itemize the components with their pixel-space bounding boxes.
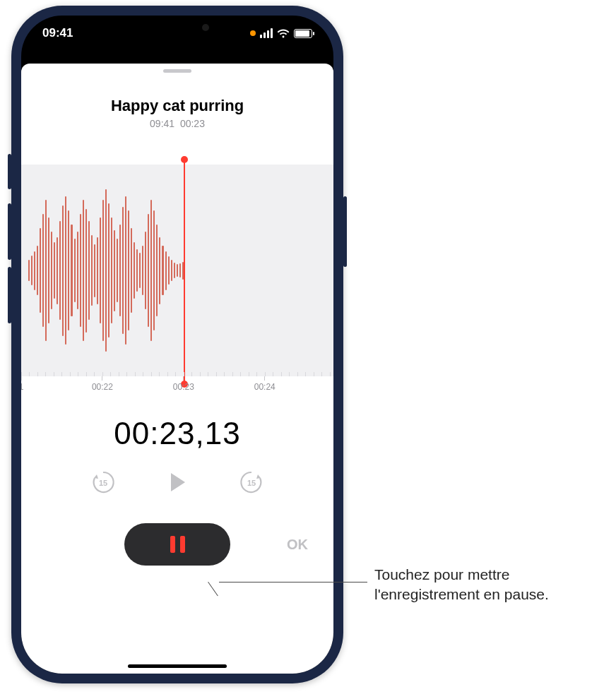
skip-back-button: 15: [90, 470, 116, 498]
transport-controls: 15 15: [21, 470, 333, 498]
screen: 09:41 Happy cat purring 09:41 00:23: [21, 16, 333, 674]
playhead[interactable]: [184, 159, 185, 385]
wifi-icon: [277, 29, 290, 38]
waveform-area[interactable]: 100:2200:2300:240: [21, 165, 333, 398]
notch: [117, 16, 237, 40]
recording-indicator-icon: [250, 30, 256, 36]
done-button: OK: [287, 537, 308, 553]
callout-leader: [219, 582, 367, 582]
pause-recording-button[interactable]: [124, 523, 230, 566]
callout-text: Touchez pour mettre l'enregistrement en …: [374, 565, 608, 605]
elapsed-time: 00:23,13: [21, 416, 333, 451]
home-indicator[interactable]: [128, 664, 227, 668]
status-time: 09:41: [42, 26, 73, 40]
recording-title[interactable]: Happy cat purring: [21, 97, 333, 115]
svg-text:15: 15: [99, 479, 107, 487]
volume-up-button: [8, 203, 11, 260]
battery-icon: [294, 29, 312, 38]
cellular-icon: [260, 28, 273, 38]
power-button: [343, 196, 347, 267]
skip-forward-button: 15: [239, 470, 264, 498]
play-button: [165, 470, 189, 497]
timeline-ticks: 100:2200:2300:240: [21, 376, 333, 398]
volume-down-button: [8, 267, 11, 323]
svg-text:15: 15: [247, 479, 256, 487]
pause-icon: [170, 536, 175, 553]
mute-switch: [8, 154, 11, 189]
recording-metadata: 09:41 00:23: [21, 118, 333, 129]
waveform: [21, 165, 184, 376]
sheet-grabber[interactable]: [163, 69, 191, 73]
